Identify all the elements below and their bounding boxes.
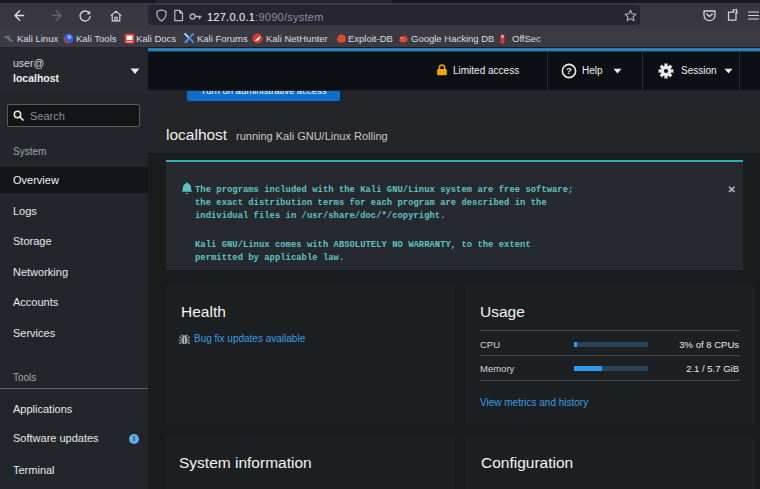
svg-text:?: ? <box>566 65 572 76</box>
